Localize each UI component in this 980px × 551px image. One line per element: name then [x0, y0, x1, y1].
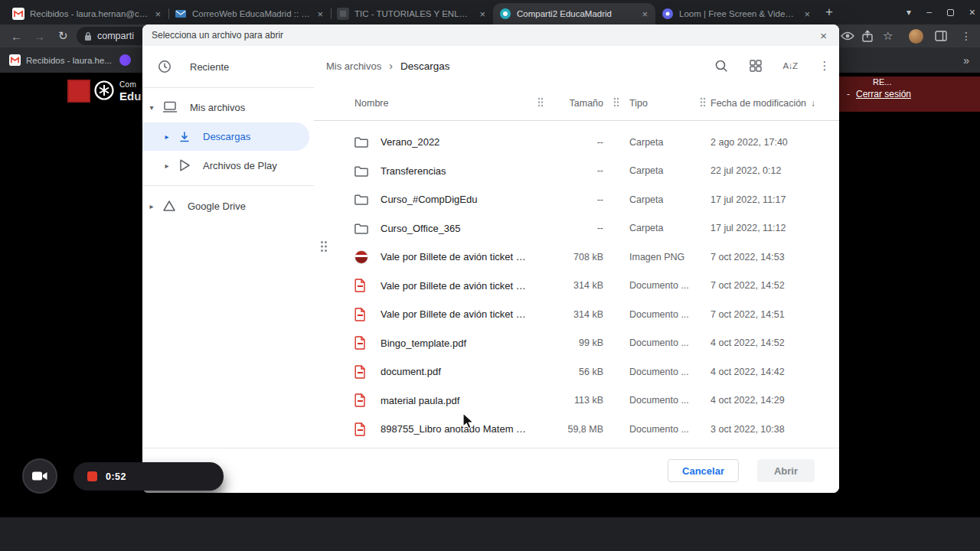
column-name[interactable]: Nombre: [354, 98, 537, 109]
file-size: 314 kB: [537, 280, 603, 291]
tab-close-icon[interactable]: ×: [640, 8, 649, 20]
file-name: Transferencias: [381, 165, 537, 177]
breadcrumb-current: Descargas: [400, 60, 450, 72]
sort-direction-icon[interactable]: ↓: [811, 98, 815, 109]
pdf-icon: [354, 308, 381, 321]
file-name: 898755_Libro anotado Matem 1 SHC...: [381, 423, 537, 435]
dialog-titlebar: Selecciona un archivo para abrir ×: [142, 24, 839, 46]
tab-tic[interactable]: TIC - TUTORIALES Y ENLACES ×: [331, 3, 493, 24]
more-options-kebab-icon[interactable]: ⋮: [818, 59, 831, 73]
column-drag-handle[interactable]: [537, 97, 544, 109]
tab-loom[interactable]: Loom | Free Screen & Video Re ×: [655, 3, 818, 24]
close-window-button[interactable]: ×: [969, 6, 975, 18]
clock-icon: [158, 60, 172, 73]
sidebar-item-downloads[interactable]: ▸ Descargas: [142, 122, 309, 151]
comparti-icon: [499, 8, 511, 20]
bookmark-favicon[interactable]: [119, 54, 131, 66]
eye-icon[interactable]: [841, 24, 854, 47]
shelf: K! 9 de oct 14:12 1 ▾: [0, 517, 980, 551]
chevron-right-icon[interactable]: ▸: [147, 202, 156, 210]
sort-az-icon[interactable]: A↓Z: [783, 61, 797, 70]
column-modified[interactable]: Fecha de modificación: [710, 98, 806, 109]
tab-gmail[interactable]: Recibidos - laura.hernan@cpm ×: [6, 3, 168, 24]
column-headers: Nombre Tamaño Tipo Fecha de modificación: [314, 86, 839, 121]
file-name: Bingo_template.pdf: [381, 337, 537, 349]
tab-title: Loom | Free Screen & Video Re: [679, 9, 797, 18]
open-button[interactable]: Abrir: [757, 459, 815, 482]
stop-recording-button[interactable]: [87, 471, 97, 481]
folder-icon: [354, 194, 381, 205]
back-button[interactable]: ←: [11, 24, 22, 47]
bookmark-gmail[interactable]: Recibidos - laura.he...: [9, 47, 112, 73]
cancel-button[interactable]: Cancelar: [668, 459, 739, 482]
file-row[interactable]: Vale por Billete de avión ticket de vu..…: [314, 300, 839, 329]
file-type: Carpeta: [629, 165, 710, 176]
search-icon[interactable]: [714, 59, 728, 73]
sidebar-item-label: Google Drive: [188, 201, 246, 212]
google-drive-icon: [162, 200, 176, 212]
tab-correoweb[interactable]: CorreoWeb EducaMadrid :: Em ×: [168, 3, 331, 24]
file-date: 3 oct 2022, 10:38: [710, 424, 827, 435]
file-row[interactable]: material paula.pdf 113 kB Documento ... …: [314, 386, 839, 416]
side-panel-icon[interactable]: [935, 24, 947, 47]
tab-close-icon[interactable]: ×: [802, 8, 812, 20]
column-drag-handle[interactable]: [613, 97, 619, 109]
bookmarks-overflow-icon[interactable]: »: [963, 47, 969, 73]
envelope-icon: [175, 8, 187, 20]
dialog-close-icon[interactable]: ×: [817, 29, 830, 42]
loom-icon: [662, 8, 674, 20]
sidebar-item-play-files[interactable]: ▸ Archivos de Play: [142, 151, 309, 180]
menu-kebab-icon[interactable]: ⋮: [961, 24, 972, 47]
forward-button[interactable]: →: [34, 24, 45, 47]
file-row[interactable]: Curso_#CompDigEdu -- Carpeta 17 jul 2022…: [314, 185, 839, 214]
file-type: Imagen PNG: [629, 252, 710, 262]
sidebar-divider: [142, 87, 314, 88]
loom-camera-bubble[interactable]: [22, 458, 57, 494]
chevron-down-icon[interactable]: ▾: [147, 103, 156, 112]
column-size[interactable]: Tamaño: [570, 98, 603, 109]
tab-title: CorreoWeb EducaMadrid :: Em: [192, 9, 310, 18]
pdf-icon: [354, 422, 381, 436]
maximize-button[interactable]: [947, 9, 954, 16]
dialog-title: Selecciona un archivo para abrir: [152, 30, 283, 41]
grid-view-icon[interactable]: [749, 60, 763, 72]
chevron-right-icon[interactable]: ▸: [162, 161, 172, 170]
share-icon[interactable]: [862, 24, 873, 47]
minimize-button[interactable]: –: [926, 7, 932, 18]
play-icon: [178, 158, 191, 172]
file-date: 4 oct 2022, 14:52: [710, 337, 827, 348]
dialog-footer: Cancelar Abrir: [142, 448, 839, 493]
file-date: 7 oct 2022, 14:53: [710, 252, 827, 262]
sidebar-item-label: Descargas: [203, 131, 250, 142]
sidebar-item-google-drive[interactable]: ▸ Google Drive: [142, 191, 309, 220]
reload-button[interactable]: ↻: [58, 24, 68, 47]
bookmark-star-icon[interactable]: ☆: [883, 24, 893, 47]
file-row[interactable]: Curso_Office_365 -- Carpeta 17 jul 2022,…: [314, 214, 839, 243]
file-row[interactable]: Vale por Billete de avión ticket de vu..…: [314, 272, 839, 301]
tab-list-icon[interactable]: ▾: [906, 7, 911, 18]
tab-close-icon[interactable]: ×: [315, 8, 325, 20]
new-tab-button[interactable]: +: [825, 3, 833, 21]
chevron-right-icon[interactable]: ▸: [162, 132, 172, 141]
file-row[interactable]: Bingo_template.pdf 99 kB Documento ... 4…: [314, 329, 839, 358]
column-drag-handle[interactable]: [700, 97, 706, 109]
file-row[interactable]: 898755_Libro anotado Matem 1 SHC... 59,8…: [314, 415, 839, 444]
dialog-sidebar: Reciente ▾ Mis archivos ▸ Descargas ▸ Ar…: [142, 46, 314, 493]
sidebar-item-label: Archivos de Play: [203, 160, 277, 171]
sidebar-item-my-files[interactable]: ▾ Mis archivos: [142, 92, 309, 122]
file-row[interactable]: Verano_2022 -- Carpeta 2 ago 2022, 17:40: [314, 128, 839, 157]
breadcrumb-parent[interactable]: Mis archivos: [326, 60, 381, 72]
file-row[interactable]: Transferencias -- Carpeta 22 jul 2022, 0…: [314, 157, 839, 186]
file-row[interactable]: document.pdf 56 kB Documento ... 4 oct 2…: [314, 357, 839, 386]
file-row[interactable]: Vale por Billete de avión ticket de vu..…: [314, 243, 839, 272]
profile-avatar[interactable]: [909, 24, 923, 47]
sidebar-item-recent[interactable]: Reciente: [142, 52, 309, 81]
folder-icon: [354, 165, 381, 177]
tab-close-icon[interactable]: ×: [478, 8, 487, 20]
logout-link[interactable]: Cerrar sesión: [856, 89, 911, 99]
tab-comparti2-active[interactable]: Comparti2 EducaMadrid ×: [493, 3, 655, 24]
logout-prefix: -: [847, 89, 850, 99]
column-type[interactable]: Tipo: [629, 98, 648, 109]
gmail-icon: [12, 8, 24, 20]
tab-close-icon[interactable]: ×: [153, 8, 162, 20]
